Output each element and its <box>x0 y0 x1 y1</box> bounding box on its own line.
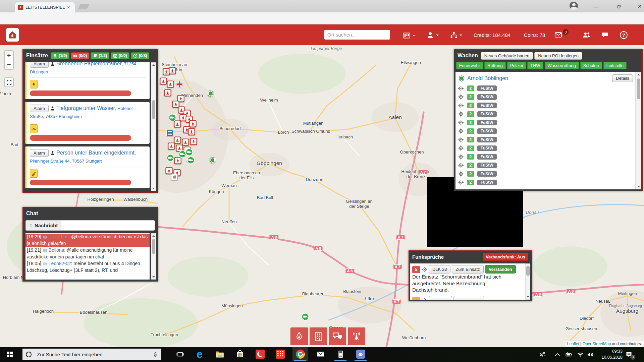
map-marker-station[interactable] <box>174 121 181 128</box>
taskbar-explorer-icon[interactable] <box>212 347 227 361</box>
vehicle-count-badge[interactable]: 2 <box>467 103 474 108</box>
missions-scrollbar[interactable] <box>151 62 156 191</box>
tray-people-icon[interactable] <box>539 351 546 358</box>
vehicle-count-badge[interactable]: 2 <box>467 94 474 100</box>
browser-tab[interactable]: LEITSTELLENSPIEL.DE - ba × <box>15 2 75 12</box>
taskbar-store-icon[interactable] <box>232 347 248 361</box>
map-marker-station[interactable] <box>174 157 181 164</box>
map-marker-vehicle[interactable] <box>302 313 309 321</box>
vehicle-type-badge[interactable]: FuStW <box>477 128 497 134</box>
tab-close-icon[interactable]: × <box>67 5 70 10</box>
scroll-down-icon[interactable] <box>151 275 156 279</box>
map-marker-station[interactable] <box>164 89 171 97</box>
scroll-up-icon[interactable] <box>636 72 641 77</box>
zoom-out-button[interactable]: − <box>5 60 13 69</box>
map-marker-station[interactable] <box>182 139 189 146</box>
vehicle-count-badge[interactable]: 2 <box>467 137 474 142</box>
radio-toggle-button[interactable]: Verbandsfunk: Aus <box>483 253 528 261</box>
station-filter-button[interactable]: Polizei <box>507 62 526 69</box>
missions-menu[interactable] <box>402 32 415 40</box>
vehicle-type-badge[interactable]: FuStW <box>477 145 497 151</box>
speaker-icon[interactable] <box>587 351 594 358</box>
scroll-up-icon[interactable] <box>151 63 156 67</box>
taskbar-chrome-icon[interactable] <box>292 347 308 361</box>
chat-input[interactable] <box>61 220 155 231</box>
taskbar-mail-icon[interactable] <box>313 347 328 361</box>
vehicle-count-badge[interactable]: 2 <box>467 128 474 134</box>
vehicle-type-badge[interactable]: FuStW <box>477 163 497 168</box>
taskbar-edge-icon[interactable]: e <box>192 347 207 361</box>
quick-action-chat-bubbles-icon[interactable] <box>329 327 346 345</box>
radio-action-button[interactable] <box>453 296 484 300</box>
alliance-menu[interactable] <box>450 32 462 39</box>
vehicle-type-badge[interactable]: FuStW <box>477 137 497 142</box>
members-menu[interactable] <box>582 31 591 39</box>
scroll-down-icon[interactable] <box>526 295 530 299</box>
mission-counter-badge[interactable]: (1/2) <box>91 52 109 59</box>
map-marker-plus[interactable] <box>176 80 183 88</box>
vehicle-type-badge[interactable]: FuStW <box>477 120 497 125</box>
alarm-button[interactable]: Alarm <box>30 105 49 112</box>
map-marker-station[interactable] <box>190 138 197 145</box>
alarm-button[interactable]: Alarm <box>30 149 49 157</box>
window-close-button[interactable]: ✕ <box>635 3 644 10</box>
vehicle-type-badge[interactable]: FuStW <box>477 103 497 108</box>
battery-icon[interactable] <box>566 351 572 358</box>
mission-counter-badge[interactable]: (1/9) <box>51 52 69 59</box>
taskbar-discord-icon[interactable] <box>353 347 368 361</box>
map-marker-vehicle[interactable] <box>169 114 176 122</box>
map-marker-station[interactable] <box>188 128 195 135</box>
scrollbar-thumb[interactable] <box>152 239 155 254</box>
new-tab-button[interactable] <box>78 4 90 9</box>
alarm-button[interactable]: Alarm <box>30 62 49 68</box>
map-marker-vehicle[interactable] <box>167 154 174 162</box>
taskbar-taskview-icon[interactable] <box>172 347 188 361</box>
radio-action-button[interactable]: Zum Einsatz <box>452 265 483 274</box>
taskbar-clock[interactable]: 09:33 10.05.2018 <box>596 349 623 360</box>
vehicle-count-badge[interactable]: 2 <box>467 171 474 177</box>
vehicle-count-badge[interactable]: 2 <box>467 163 474 168</box>
vehicle-count-badge[interactable]: 2 <box>467 145 474 151</box>
vehicle-count-badge[interactable]: 2 <box>467 154 474 160</box>
vehicle-type-badge[interactable]: FuStW <box>477 94 497 100</box>
wachen-header-button[interactable]: Neuen POI festlegen <box>534 52 582 60</box>
mission-card[interactable]: AlarmBrennende Papiercontainer, 71254 Di… <box>25 62 150 99</box>
map-marker-vehicle[interactable] <box>187 157 195 164</box>
mission-card[interactable]: AlarmPerson unter Baum eingeklemmt, Plie… <box>25 146 150 188</box>
window-restore-button[interactable] <box>614 3 624 10</box>
taskbar-calculator-icon[interactable] <box>333 347 348 361</box>
chat-username-link[interactable]: Leon82-02 <box>49 261 71 266</box>
window-minimize-button[interactable]: — <box>591 3 601 10</box>
vehicle-count-badge[interactable]: 2 <box>467 120 474 125</box>
profile-menu[interactable] <box>427 32 439 39</box>
chat-menu[interactable] <box>601 32 609 39</box>
scroll-down-icon[interactable] <box>151 186 156 191</box>
vehicle-type-badge[interactable]: FuStW <box>477 171 497 177</box>
details-button[interactable]: Details <box>612 74 633 82</box>
station-filter-button[interactable]: Feuerwehr <box>456 62 483 69</box>
station-link[interactable]: Arnold Böblingen <box>467 75 508 81</box>
radio-ack-button[interactable]: Verstanden <box>485 265 516 274</box>
start-button[interactable] <box>0 347 19 362</box>
map-marker-teal[interactable] <box>166 130 173 136</box>
station-filter-button[interactable]: Wasserrettung <box>545 62 579 69</box>
vehicle-type-badge[interactable]: FuStW <box>477 111 497 117</box>
map-marker-station[interactable] <box>160 78 167 85</box>
quick-action-building-icon[interactable] <box>310 327 327 345</box>
mission-requirement-badge[interactable] <box>30 124 38 133</box>
mission-requirement-badge[interactable] <box>30 80 38 88</box>
taskbar-redapp2-icon[interactable] <box>272 347 288 361</box>
radio-vehicle-button[interactable]: DLK 23 <box>429 265 450 274</box>
chat-username-link[interactable]: Razorbus <box>49 234 69 239</box>
station-filter-button[interactable]: Leitstelle <box>603 62 627 69</box>
taskbar-redapp1-icon[interactable] <box>252 347 268 361</box>
microphone-icon[interactable] <box>153 352 158 358</box>
browser-profile-icon[interactable] <box>570 2 578 10</box>
place-search-input[interactable] <box>324 30 390 40</box>
game-logo[interactable] <box>6 28 19 42</box>
mission-counter-badge[interactable]: (0/0) <box>111 52 129 59</box>
action-center-button[interactable]: 3 <box>625 351 633 358</box>
mission-counter-badge[interactable]: (0/8) <box>131 52 150 59</box>
quick-action-flame-icon[interactable] <box>290 327 308 345</box>
scrollbar-thumb[interactable] <box>152 100 155 119</box>
